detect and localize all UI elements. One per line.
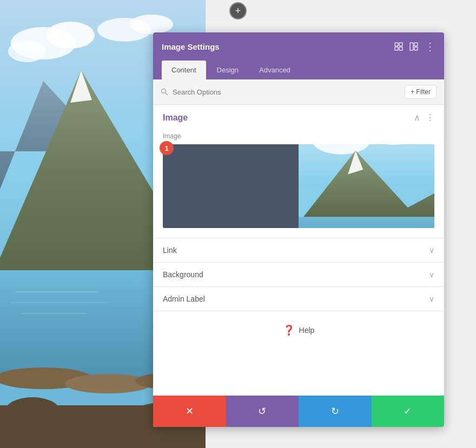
undo-icon: ↺ (258, 405, 266, 417)
image-section: Image ∧ ⋮ Image 1 (153, 105, 444, 238)
admin-label-chevron-icon: ∨ (429, 295, 434, 303)
image-preview-inner (299, 144, 434, 228)
svg-point-27 (162, 89, 166, 93)
link-section-title: Link (163, 246, 177, 255)
admin-label-section-title: Admin Label (163, 295, 205, 303)
undo-button[interactable]: ↺ (226, 396, 299, 427)
image-preview (299, 144, 434, 228)
redo-icon: ↻ (331, 405, 339, 417)
background-section-title: Background (163, 270, 203, 279)
help-section: ❓ Help (153, 311, 444, 349)
more-options-icon[interactable]: ⋮ (425, 40, 435, 53)
panel-body: Image ∧ ⋮ Image 1 (153, 105, 444, 396)
link-section-header[interactable]: Link ∨ (153, 238, 444, 262)
svg-rect-25 (414, 43, 418, 46)
svg-line-28 (166, 93, 168, 96)
svg-rect-23 (399, 47, 402, 50)
image-section-icons: ∧ ⋮ (414, 112, 434, 123)
svg-rect-34 (299, 217, 434, 228)
svg-rect-24 (410, 43, 413, 50)
svg-rect-26 (414, 47, 418, 50)
link-chevron-icon: ∨ (429, 246, 434, 255)
filter-button[interactable]: + Filter (405, 85, 437, 99)
add-section-button[interactable]: + (229, 2, 247, 19)
tab-advanced[interactable]: Advanced (249, 61, 300, 79)
image-section-collapse-icon[interactable]: ∧ (414, 112, 420, 123)
svg-point-3 (8, 41, 46, 62)
layout-icon[interactable] (409, 42, 418, 51)
image-upload-area[interactable] (163, 144, 434, 228)
search-bar: + Filter (153, 79, 444, 105)
panel-title: Image Settings (162, 42, 220, 51)
image-badge: 1 (160, 141, 174, 155)
bottom-toolbar: ✕ ↺ ↻ ✓ (153, 396, 444, 427)
svg-point-2 (46, 22, 95, 49)
redo-button[interactable]: ↻ (299, 396, 372, 427)
image-settings-panel: Image Settings ⋮ Content (153, 32, 444, 427)
background-section-header[interactable]: Background ∨ (153, 263, 444, 286)
image-field-label: Image (163, 132, 434, 140)
admin-label-section-header[interactable]: Admin Label ∨ (153, 287, 444, 311)
svg-rect-21 (399, 43, 402, 46)
image-section-header: Image ∧ ⋮ (153, 105, 444, 130)
image-section-more-icon[interactable]: ⋮ (426, 112, 434, 123)
search-input[interactable] (173, 88, 400, 96)
admin-label-section: Admin Label ∨ (153, 287, 444, 311)
image-section-content: Image 1 (153, 130, 444, 238)
background-section: Background ∨ (153, 263, 444, 287)
confirm-button[interactable]: ✓ (372, 396, 445, 427)
svg-rect-20 (395, 43, 398, 46)
image-section-title: Image (163, 113, 188, 123)
background-chevron-icon: ∨ (429, 270, 434, 279)
tab-design[interactable]: Design (207, 61, 248, 79)
cancel-icon: ✕ (186, 405, 194, 417)
search-icon (161, 88, 168, 96)
tabs-container: Content Design Advanced (153, 61, 444, 79)
cancel-button[interactable]: ✕ (153, 396, 226, 427)
link-section: Link ∨ (153, 238, 444, 263)
tab-content[interactable]: Content (162, 61, 206, 79)
panel-header: Image Settings ⋮ (153, 32, 444, 61)
target-icon[interactable] (394, 42, 403, 51)
image-upload-wrapper: 1 (163, 144, 434, 228)
help-icon: ❓ (283, 324, 295, 336)
confirm-icon: ✓ (404, 405, 412, 417)
svg-rect-22 (395, 47, 398, 50)
help-label[interactable]: Help (299, 326, 315, 335)
svg-point-5 (130, 15, 173, 34)
panel-header-icons: ⋮ (394, 40, 435, 53)
